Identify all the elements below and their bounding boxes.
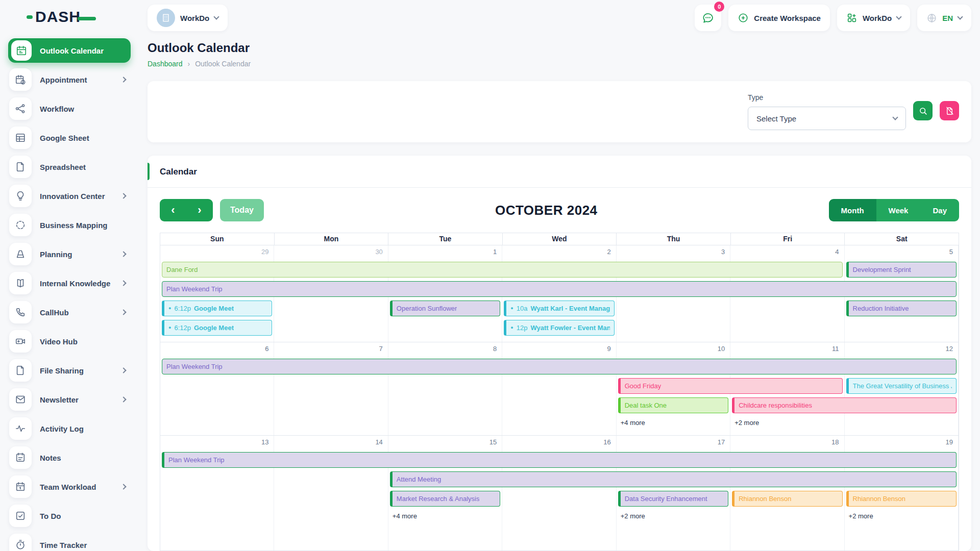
sidebar-item-to-do[interactable]: To Do: [8, 504, 131, 528]
chevron-right-icon: [120, 484, 126, 489]
dash-logo[interactable]: DASH: [8, 0, 131, 34]
calendar-event[interactable]: Dane Ford: [162, 262, 843, 278]
calendar-event[interactable]: Rhiannon Benson: [846, 491, 957, 507]
sidebar-item-innovation-center[interactable]: Innovation Center: [8, 184, 131, 208]
chevron-right-icon: [120, 77, 126, 82]
calendar-event[interactable]: Rhiannon Benson: [732, 491, 842, 507]
sidebar-item-appointment[interactable]: Appointment: [8, 67, 131, 92]
calendar-event[interactable]: Attend Meeting: [390, 471, 957, 487]
workspace-switcher[interactable]: WorkDo: [148, 5, 228, 31]
sidebar-item-label: Notes: [40, 454, 126, 462]
event-title: Plan Weekend Trip: [166, 285, 223, 293]
more-events-link[interactable]: +4 more: [619, 419, 645, 427]
more-events-link[interactable]: +2 more: [732, 419, 759, 427]
calendar-event[interactable]: ●6:12pGoogle Meet: [162, 320, 272, 336]
week-row: 6789101112Plan Weekend TripGood FridayTh…: [160, 342, 959, 436]
workspace-menu[interactable]: WorkDo: [837, 5, 910, 31]
create-workspace-button[interactable]: Create Workspace: [728, 5, 830, 31]
calendar-event[interactable]: Plan Weekend Trip: [162, 281, 957, 297]
breadcrumb: Dashboard › Outlook Calendar: [148, 60, 971, 68]
more-events-link[interactable]: +2 more: [619, 512, 645, 520]
sidebar-item-file-sharing[interactable]: File Sharing: [8, 358, 131, 383]
calendar-event[interactable]: Plan Weekend Trip: [162, 359, 957, 374]
sidebar: DASH Outlook CalendarAppointmentWorkflow…: [0, 0, 139, 551]
view-month-button[interactable]: Month: [829, 199, 876, 221]
event-title: Wyatt Karl - Event Manage: [530, 305, 609, 312]
messages-badge: 0: [714, 2, 724, 12]
sidebar-item-outlook-calendar[interactable]: Outlook Calendar: [8, 38, 131, 63]
calendar-event[interactable]: Deal task One: [618, 397, 728, 413]
day-header-tue: Tue: [388, 233, 503, 245]
sidebar-icon-tile: [9, 272, 32, 294]
sidebar-item-video-hub[interactable]: Video Hub: [8, 329, 131, 354]
sidebar-item-business-mapping[interactable]: Business Mapping: [8, 213, 131, 237]
date-number: 18: [831, 438, 839, 446]
calendar-icon: [16, 45, 27, 56]
event-title: Wyatt Fowler - Event Man: [530, 324, 609, 332]
day-cell[interactable]: 7: [274, 342, 388, 435]
view-day-button[interactable]: Day: [920, 199, 959, 221]
language-selector[interactable]: EN: [917, 5, 971, 31]
topbar-right: 0 Create Workspace WorkDo EN: [695, 5, 971, 31]
clear-filter-button[interactable]: [940, 101, 959, 120]
event-dot-icon: ●: [168, 325, 171, 330]
calendar-event[interactable]: ●10aWyatt Karl - Event Manage: [504, 300, 614, 316]
calendar-event[interactable]: Development Sprint: [846, 262, 957, 278]
calendar-event[interactable]: ●6:12pGoogle Meet: [162, 300, 272, 316]
sidebar-item-label: Video Hub: [40, 337, 126, 346]
sidebar-item-callhub[interactable]: CallHub: [8, 300, 131, 324]
sidebar-item-label: Spreadsheet: [40, 163, 126, 171]
breadcrumb-dashboard-link[interactable]: Dashboard: [148, 60, 183, 68]
calendar-event[interactable]: Market Research & Analysis: [390, 491, 500, 507]
calendar-section-header: Calendar: [148, 156, 971, 188]
sidebar-item-newsletter[interactable]: Newsletter: [8, 387, 131, 412]
prev-month-button[interactable]: ‹: [160, 199, 186, 221]
calendar-event[interactable]: Good Friday: [618, 378, 843, 394]
calendar-event[interactable]: Reduction Initiative: [846, 300, 957, 316]
sidebar-item-label: Outlook Calendar: [40, 46, 126, 55]
type-select[interactable]: Select Type: [748, 107, 906, 130]
sidebar-item-planning[interactable]: Planning: [8, 242, 131, 266]
sidebar-item-team-workload[interactable]: Team Workload: [8, 474, 131, 499]
calendar-event[interactable]: Operation Sunflower: [390, 300, 500, 316]
day-cell[interactable]: 8: [388, 342, 502, 435]
video-icon: [15, 336, 26, 347]
calendar-event[interactable]: Data Security Enhancement: [618, 491, 728, 507]
sidebar-item-activity-log[interactable]: Activity Log: [8, 416, 131, 441]
day-header-thu: Thu: [617, 233, 731, 245]
day-cell[interactable]: 6: [160, 342, 274, 435]
sidebar-item-spreadsheet[interactable]: Spreadsheet: [8, 155, 131, 179]
sidebar-item-label: Google Sheet: [40, 134, 126, 142]
calendar-event[interactable]: ●12pWyatt Fowler - Event Man: [504, 320, 614, 336]
calendar-event[interactable]: The Great Versatility of Business Jo: [846, 378, 957, 394]
calendar-event[interactable]: Plan Weekend Trip: [162, 452, 957, 468]
day-header-sat: Sat: [845, 233, 959, 245]
apply-filter-button[interactable]: [913, 101, 933, 120]
chevron-down-icon: [957, 14, 963, 19]
team-icon: [15, 481, 26, 492]
sidebar-item-time-tracker[interactable]: Time Tracker: [8, 533, 131, 551]
event-time: 6:12p: [174, 324, 191, 332]
more-events-link[interactable]: +4 more: [390, 512, 417, 520]
view-week-button[interactable]: Week: [876, 199, 921, 221]
event-title: Good Friday: [625, 382, 662, 390]
date-number: 2: [607, 248, 610, 256]
sidebar-icon-tile: [9, 243, 32, 265]
more-events-link[interactable]: +2 more: [847, 512, 873, 520]
page-title: Outlook Calendar: [148, 41, 971, 55]
sidebar-item-label: CallHub: [40, 308, 113, 317]
sidebar-item-internal-knowledge[interactable]: Internal Knowledge: [8, 271, 131, 295]
sidebar-item-label: Internal Knowledge: [40, 279, 113, 288]
todo-icon: [15, 510, 26, 521]
view-switcher: MonthWeekDay: [829, 199, 959, 221]
messages-button[interactable]: 0: [695, 5, 721, 31]
date-number: 10: [718, 345, 725, 353]
day-cell[interactable]: 9: [502, 342, 616, 435]
next-month-button[interactable]: ›: [186, 199, 213, 221]
sidebar-item-workflow[interactable]: Workflow: [8, 96, 131, 121]
calendar-event[interactable]: Childcare responsibilities: [732, 397, 957, 413]
event-title: Google Meet: [194, 305, 234, 312]
today-button[interactable]: Today: [220, 199, 264, 221]
sidebar-item-google-sheet[interactable]: Google Sheet: [8, 126, 131, 150]
sidebar-item-notes[interactable]: Notes: [8, 445, 131, 470]
